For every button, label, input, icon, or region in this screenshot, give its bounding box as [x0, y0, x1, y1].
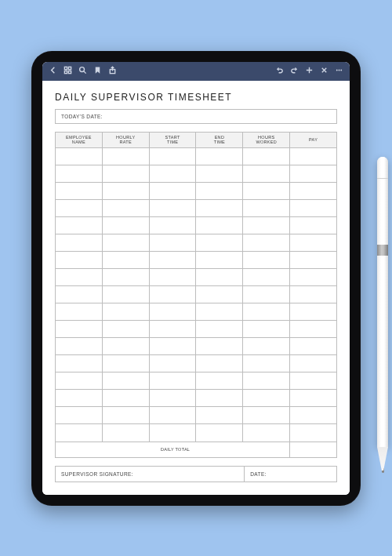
table-cell[interactable]: [56, 182, 103, 199]
table-cell[interactable]: [56, 303, 103, 321]
table-cell[interactable]: [102, 234, 149, 251]
table-cell[interactable]: [196, 165, 243, 182]
table-cell[interactable]: [196, 251, 243, 268]
table-cell[interactable]: [290, 182, 337, 199]
share-icon[interactable]: [108, 66, 117, 76]
table-cell[interactable]: [290, 424, 337, 442]
table-cell[interactable]: [149, 355, 196, 372]
table-cell[interactable]: [243, 303, 290, 321]
table-cell[interactable]: [290, 165, 337, 182]
table-cell[interactable]: [196, 216, 243, 234]
table-cell[interactable]: [243, 251, 290, 268]
table-cell[interactable]: [56, 355, 103, 372]
table-cell[interactable]: [196, 303, 243, 321]
table-cell[interactable]: [196, 199, 243, 216]
daily-total-value[interactable]: [290, 442, 337, 457]
table-cell[interactable]: [56, 338, 103, 355]
table-cell[interactable]: [196, 182, 243, 199]
table-cell[interactable]: [56, 251, 103, 268]
table-cell[interactable]: [56, 390, 103, 407]
table-cell[interactable]: [243, 321, 290, 338]
table-cell[interactable]: [243, 182, 290, 199]
table-cell[interactable]: [290, 355, 337, 372]
table-cell[interactable]: [243, 269, 290, 286]
table-cell[interactable]: [196, 407, 243, 424]
table-cell[interactable]: [196, 338, 243, 355]
table-cell[interactable]: [102, 286, 149, 303]
table-cell[interactable]: [56, 234, 103, 251]
table-cell[interactable]: [102, 251, 149, 268]
table-cell[interactable]: [243, 147, 290, 165]
table-cell[interactable]: [290, 199, 337, 216]
todays-date-field[interactable]: TODAY'S DATE:: [55, 109, 337, 124]
table-cell[interactable]: [102, 338, 149, 355]
table-cell[interactable]: [196, 286, 243, 303]
table-cell[interactable]: [102, 390, 149, 407]
table-cell[interactable]: [196, 269, 243, 286]
table-cell[interactable]: [56, 372, 103, 390]
redo-icon[interactable]: [290, 66, 299, 76]
table-cell[interactable]: [243, 424, 290, 442]
table-cell[interactable]: [243, 286, 290, 303]
supervisor-signature-field[interactable]: SUPERVISOR SIGNATURE:: [56, 467, 245, 482]
table-cell[interactable]: [102, 269, 149, 286]
table-cell[interactable]: [243, 390, 290, 407]
table-cell[interactable]: [149, 390, 196, 407]
table-cell[interactable]: [56, 199, 103, 216]
undo-icon[interactable]: [275, 66, 284, 76]
table-cell[interactable]: [196, 372, 243, 390]
table-cell[interactable]: [56, 407, 103, 424]
close-icon[interactable]: [320, 66, 328, 76]
table-cell[interactable]: [149, 407, 196, 424]
table-cell[interactable]: [102, 407, 149, 424]
grid-icon[interactable]: [64, 66, 72, 76]
table-cell[interactable]: [290, 286, 337, 303]
table-cell[interactable]: [149, 424, 196, 442]
table-cell[interactable]: [243, 165, 290, 182]
table-cell[interactable]: [56, 147, 103, 165]
table-cell[interactable]: [243, 234, 290, 251]
table-cell[interactable]: [149, 199, 196, 216]
table-cell[interactable]: [149, 147, 196, 165]
table-cell[interactable]: [149, 372, 196, 390]
table-cell[interactable]: [196, 355, 243, 372]
table-cell[interactable]: [290, 338, 337, 355]
table-cell[interactable]: [149, 165, 196, 182]
table-cell[interactable]: [243, 338, 290, 355]
more-icon[interactable]: [335, 66, 343, 76]
bookmark-icon[interactable]: [93, 66, 102, 76]
table-cell[interactable]: [243, 216, 290, 234]
table-cell[interactable]: [196, 424, 243, 442]
table-cell[interactable]: [290, 321, 337, 338]
table-cell[interactable]: [102, 216, 149, 234]
table-cell[interactable]: [196, 234, 243, 251]
table-cell[interactable]: [56, 424, 103, 442]
table-cell[interactable]: [196, 147, 243, 165]
table-cell[interactable]: [290, 407, 337, 424]
table-cell[interactable]: [102, 424, 149, 442]
table-cell[interactable]: [196, 390, 243, 407]
add-icon[interactable]: [305, 66, 314, 76]
table-cell[interactable]: [102, 182, 149, 199]
signature-date-field[interactable]: DATE:: [245, 467, 336, 482]
table-cell[interactable]: [149, 216, 196, 234]
table-cell[interactable]: [243, 372, 290, 390]
table-cell[interactable]: [102, 372, 149, 390]
table-cell[interactable]: [102, 355, 149, 372]
table-cell[interactable]: [149, 303, 196, 321]
table-cell[interactable]: [290, 390, 337, 407]
table-cell[interactable]: [149, 321, 196, 338]
table-cell[interactable]: [290, 269, 337, 286]
table-cell[interactable]: [102, 303, 149, 321]
table-cell[interactable]: [290, 234, 337, 251]
table-cell[interactable]: [290, 372, 337, 390]
table-cell[interactable]: [290, 147, 337, 165]
table-cell[interactable]: [290, 303, 337, 321]
table-cell[interactable]: [102, 165, 149, 182]
back-icon[interactable]: [49, 66, 57, 76]
table-cell[interactable]: [290, 251, 337, 268]
table-cell[interactable]: [149, 251, 196, 268]
table-cell[interactable]: [56, 165, 103, 182]
table-cell[interactable]: [243, 199, 290, 216]
table-cell[interactable]: [149, 286, 196, 303]
